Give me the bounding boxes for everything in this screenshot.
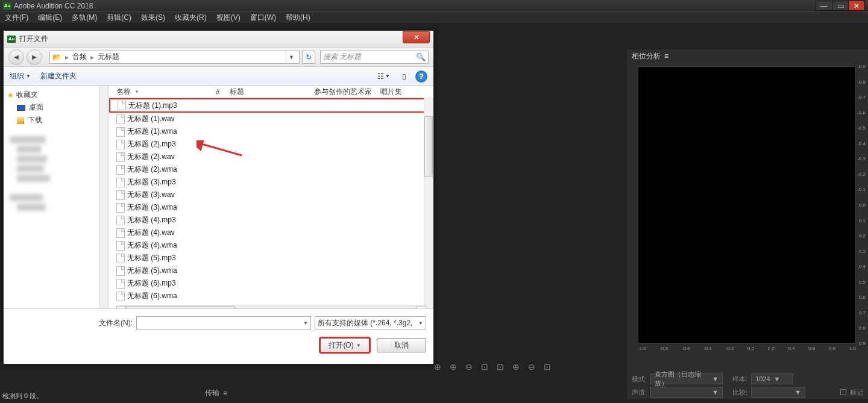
sample-label: 样本: [732,375,747,384]
zoom-out2-icon[interactable]: ⊖ [528,362,535,372]
menu-file[interactable]: 文件(F) [2,13,31,23]
file-name-label: 无标题 (2).wma [127,164,177,175]
breadcrumb-2[interactable]: 无标题 [98,52,119,62]
search-input[interactable]: 搜索 无标题 🔍 [320,51,429,64]
menu-favorites[interactable]: 收藏夹(R) [172,13,209,23]
file-icon [116,241,125,251]
search-icon[interactable]: 🔍 [416,52,426,61]
zoom-in2-icon[interactable]: ⊕ [512,362,520,372]
zoom-full-icon[interactable]: ⊡ [544,362,551,372]
file-row[interactable]: 无标题 (5).mp3 [109,252,433,264]
channel-select[interactable]: ▼ [650,387,723,398]
app-titlebar: Au Adobe Audition CC 2018 — ▭ ✕ [0,0,868,11]
file-name-label: 无标题 (4).mp3 [127,215,176,225]
file-row[interactable]: 无标题 (6).wma [109,290,433,302]
file-row[interactable]: 无标题 (3).wav [109,189,433,201]
filename-input[interactable]: ▼ [136,316,311,330]
status-bar: 检测到 0 段。 [2,392,43,401]
file-name-label: 无标题 (4).wma [127,240,177,251]
sidebar-favorites-header[interactable]: ★收藏夹 [4,89,108,101]
file-icon [116,127,125,137]
sidebar-item-downloads[interactable]: 下载 [4,114,108,127]
refresh-button[interactable]: ↻ [302,51,315,64]
file-row[interactable]: 无标题 (5).wma [109,264,433,277]
nav-forward-button[interactable]: ► [27,49,42,65]
file-name-label: 无标题 (2).wav [127,152,175,162]
file-name-label: 无标题 (6).wma [127,291,177,301]
file-row[interactable]: 无标题 (2).wav [109,151,433,163]
file-row[interactable]: 无标题 (1).mp3 [109,98,433,113]
file-row[interactable]: 无标题 (1).wav [109,113,433,125]
hamburger-icon[interactable]: ≡ [664,52,668,60]
file-icon [116,190,125,200]
sidebar-scrollbar[interactable] [99,86,108,308]
preview-pane-button[interactable]: ▯ [399,71,409,82]
menu-multitrack[interactable]: 多轨(M) [69,13,99,23]
window-maximize-button[interactable]: ▭ [832,1,849,11]
phase-xaxis: -1.0-0.8-0.6-0.4-0.20.00.20.40.60.81.0 [638,346,856,351]
address-bar[interactable]: 📂 ▸ 音频 ▸ 无标题 ▼ [49,51,300,64]
file-list-hscrollbar[interactable]: ◄► [116,305,426,308]
filetype-select[interactable]: 所有支持的媒体 (*.264, *.3g2,▼ [315,316,426,330]
file-row[interactable]: 无标题 (2).mp3 [109,138,433,151]
mode-label: 模式: [632,375,647,384]
hamburger-icon[interactable]: ≡ [223,389,227,398]
search-placeholder: 搜索 无标题 [323,52,361,62]
sample-select[interactable]: 1024▼ [751,373,793,384]
file-row[interactable]: 无标题 (3).mp3 [109,176,433,189]
dialog-title: 打开文件 [19,34,48,44]
mark-label: 标记 [850,388,863,397]
file-row[interactable]: 无标题 (4).wav [109,226,433,239]
file-name-label: 无标题 (4).wav [127,228,175,238]
phase-display [638,66,856,343]
file-icon [116,292,125,301]
file-row[interactable]: 无标题 (1).wma [109,125,433,138]
window-minimize-button[interactable]: — [816,1,832,11]
organize-button[interactable]: 组织 ▼ [10,71,31,81]
address-drop-icon[interactable]: ▼ [286,51,297,63]
window-close-button[interactable]: ✕ [848,1,865,11]
new-folder-button[interactable]: 新建文件夹 [40,71,77,81]
app-logo-icon: Au [7,36,16,43]
zoom-out-icon[interactable]: ⊖ [465,362,473,372]
menu-view[interactable]: 视图(V) [214,13,243,23]
file-list: 名称▼ # 标题 参与创作的艺术家 唱片集 无标题 (1).mp3无标题 (1)… [109,86,433,308]
file-name-label: 无标题 (1).wav [127,114,175,124]
file-list-vscrollbar[interactable] [424,98,433,308]
menu-window[interactable]: 窗口(W) [248,13,278,23]
zoom-fit-icon[interactable]: ⊡ [481,362,488,372]
file-icon [116,165,125,175]
file-icon [116,266,125,276]
file-row[interactable]: 无标题 (4).wma [109,239,433,252]
cancel-button[interactable]: 取消 [377,338,426,352]
phase-yaxis: -0.9-0.8-0.7-0.6-0.5-0.4-0.3-0.2-0.10.00… [856,66,866,343]
file-row[interactable]: 无标题 (3).wma [109,201,433,214]
mark-checkbox[interactable] [840,389,846,395]
mode-select[interactable]: 直方图（日志缩放）▼ [650,373,723,384]
channel-label: 声道: [632,388,647,397]
file-icon [116,203,125,213]
zoom-in-icon[interactable]: ⊕ [450,362,457,372]
menu-effects[interactable]: 效果(S) [139,13,168,23]
menu-edit[interactable]: 编辑(E) [36,13,64,23]
nav-back-button[interactable]: ◄ [8,49,24,65]
menu-clip[interactable]: 剪辑(C) [104,13,134,23]
dialog-titlebar[interactable]: Au 打开文件 ✕ [4,31,433,48]
column-headers[interactable]: 名称▼ # 标题 参与创作的艺术家 唱片集 [109,86,433,98]
sidebar-item-desktop[interactable]: 桌面 [4,101,108,114]
dialog-close-button[interactable]: ✕ [403,31,430,43]
file-row[interactable]: 无标题 (6).mp3 [109,277,433,290]
breadcrumb-1[interactable]: 音频 [72,52,87,62]
view-mode-button[interactable]: ☷ ▼ [374,71,393,82]
zoom-sel-icon[interactable]: ⊡ [497,362,504,372]
compare-select[interactable]: ▼ [751,387,805,398]
file-row[interactable]: 无标题 (2).wma [109,163,433,176]
open-button[interactable]: 打开(O)▼ [320,338,370,352]
file-icon [118,101,126,110]
folder-icon: 📂 [52,53,61,61]
hand-tool-icon[interactable]: ⊕ [434,362,441,372]
file-name-label: 无标题 (2).mp3 [127,139,176,149]
menu-help[interactable]: 帮助(H) [283,13,313,23]
file-row[interactable]: 无标题 (4).mp3 [109,214,433,226]
help-button[interactable]: ? [415,70,427,83]
